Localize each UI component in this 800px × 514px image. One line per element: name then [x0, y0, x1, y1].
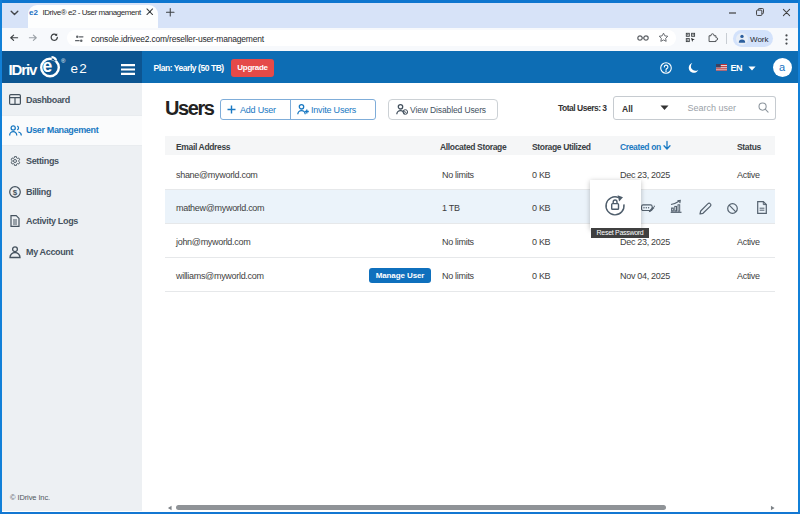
svg-text:$: $: [13, 188, 18, 197]
